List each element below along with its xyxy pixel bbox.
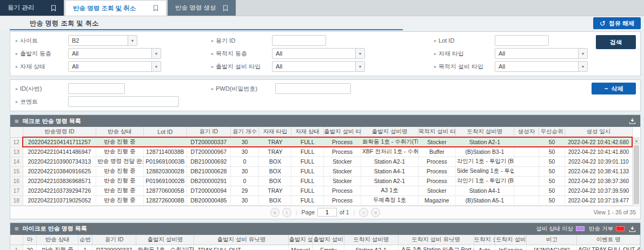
cell[interactable]: DT200000337: [92, 245, 136, 250]
cell[interactable]: 반송 진행 중: [96, 176, 143, 186]
column-header[interactable]: 생성 일시: [565, 127, 632, 137]
table-row[interactable]: 1820220422103719025052반송 진행 중12827260008…: [10, 195, 632, 205]
row-number[interactable]: 16: [10, 176, 23, 186]
page-number-input[interactable]: [317, 208, 337, 217]
cell[interactable]: BOX: [259, 157, 291, 166]
cell[interactable]: [514, 195, 539, 205]
dst-floor-select[interactable]: All▼: [272, 48, 365, 59]
cell[interactable]: BOX: [259, 176, 291, 186]
chevron-down-icon[interactable]: ▼: [128, 36, 137, 45]
delete-button[interactable]: − 삭제: [592, 83, 636, 94]
column-header[interactable]: 생성자: [514, 127, 539, 137]
cell[interactable]: 2022-04-22 10:39:01.110: [565, 157, 632, 166]
cell[interactable]: [A2N0AGV06]: [527, 245, 577, 250]
cell[interactable]: (B)Station B3-1: [455, 147, 514, 157]
cell[interactable]: Station A2-1: [361, 176, 419, 186]
column-header[interactable]: 출발지 설비명: [361, 127, 419, 137]
cell[interactable]: AGV TRAY-FULL OUT 출발: [577, 245, 640, 250]
cell[interactable]: Stocker: [324, 166, 361, 176]
cell[interactable]: P0196910003B: [143, 157, 187, 166]
row-number[interactable]: 13: [10, 147, 23, 157]
column-header[interactable]: 자재 상태: [291, 127, 324, 137]
cell[interactable]: 반송 진행 중: [96, 147, 143, 157]
table-row[interactable]: 1420220422103900734313반송 명령 전달 완료P019691…: [10, 157, 632, 166]
cell[interactable]: Auto: [474, 245, 495, 250]
tab-vessel-management[interactable]: 용기 관리: [0, 0, 64, 16]
password-input[interactable]: [275, 83, 351, 94]
cell[interactable]: Process: [418, 157, 455, 166]
cell[interactable]: 반송 진행 중: [96, 195, 143, 205]
cell[interactable]: Side Sealing 1호 - 투입기(B: [455, 166, 514, 176]
cell[interactable]: BOX: [259, 195, 291, 205]
cell[interactable]: 화학동 1호 - 수취기(TRAY): [361, 137, 419, 147]
cell[interactable]: Process: [324, 186, 361, 195]
cell[interactable]: A동 2층 Station 입출고 Port (#1): [398, 245, 474, 250]
table-row[interactable]: 1720220422103739294726반송 진행 중12877060005…: [10, 186, 632, 195]
cell[interactable]: 50: [539, 157, 565, 166]
cell[interactable]: Process: [418, 176, 455, 186]
vertical-scrollbar[interactable]: ▲: [633, 137, 640, 205]
column-header[interactable]: 반송명령 ID: [23, 127, 96, 137]
row-number[interactable]: 15: [10, 166, 23, 176]
cell[interactable]: DB210000692: [187, 157, 231, 166]
cell[interactable]: Empty: [313, 245, 344, 250]
row-number[interactable]: 18: [10, 195, 23, 205]
cell[interactable]: 50: [539, 195, 565, 205]
cell[interactable]: DB200000485: [187, 195, 231, 205]
release-occupancy-button[interactable]: ↺ 점유 해제: [593, 17, 641, 29]
cell[interactable]: Buffer: [418, 147, 455, 157]
cell[interactable]: 30: [230, 147, 259, 157]
cell[interactable]: Station A2-1: [344, 245, 398, 250]
first-page-button[interactable]: «: [270, 208, 280, 217]
cell[interactable]: 각인기 1호 - 투입기 (BOX→D: [455, 157, 514, 166]
cell[interactable]: A3 1호: [361, 186, 419, 195]
cell[interactable]: 2022-04-22 10:38:41.133: [565, 166, 632, 176]
cell[interactable]: FULL: [291, 195, 324, 205]
column-header[interactable]: 용기 개수: [230, 127, 259, 137]
tab-transfer-command-create[interactable]: 반송 명령 생성: [168, 0, 236, 16]
cell[interactable]: Process: [324, 147, 361, 157]
scrollbar-thumb[interactable]: [634, 145, 639, 204]
scroll-up-icon[interactable]: ▲: [633, 137, 640, 144]
cell[interactable]: DT200000967: [187, 147, 231, 157]
vessel-id-input[interactable]: [272, 35, 326, 46]
column-header[interactable]: [10, 235, 23, 245]
dst-equip-type-select[interactable]: All▼: [495, 61, 588, 72]
material-type-select[interactable]: All▼: [495, 48, 588, 59]
column-header[interactable]: 용기 ID: [92, 235, 136, 245]
cell[interactable]: Magazine: [418, 195, 455, 205]
cell[interactable]: [514, 166, 539, 176]
cell[interactable]: 30: [230, 166, 259, 176]
column-header[interactable]: 도착지 설비명: [344, 235, 398, 245]
cell[interactable]: [143, 137, 187, 147]
column-header[interactable]: 도착지 설: [474, 235, 495, 245]
bookmark-icon[interactable]: [51, 5, 56, 11]
bookmark-icon[interactable]: [153, 5, 158, 11]
column-header[interactable]: 반송 상태: [37, 235, 78, 245]
last-page-button[interactable]: »: [371, 208, 380, 217]
employee-id-input[interactable]: [68, 83, 125, 94]
cell[interactable]: 2022-04-22 10:41:42.680: [565, 137, 632, 147]
chevron-down-icon[interactable]: ▼: [578, 62, 587, 71]
cell[interactable]: InService: [495, 245, 527, 250]
cell[interactable]: Stocker: [324, 176, 361, 186]
cell[interactable]: Station A2-1: [361, 157, 419, 166]
table-row[interactable]: 1320220422104141486947반송 진행 중12871140038…: [10, 147, 632, 157]
download-icon[interactable]: [629, 118, 636, 124]
cell[interactable]: P0196910002B: [143, 176, 187, 186]
column-header[interactable]: 순번: [78, 235, 92, 245]
column-header[interactable]: 마: [23, 235, 37, 245]
cell[interactable]: DT200000094: [187, 186, 231, 195]
cell[interactable]: 12871140038B: [143, 147, 187, 157]
column-header[interactable]: 출발지 설비: [313, 235, 344, 245]
cell[interactable]: DT200000337: [187, 137, 231, 147]
row-number[interactable]: 17: [10, 186, 23, 195]
cell[interactable]: 반송 진행 중: [37, 245, 78, 250]
prev-page-button[interactable]: ‹: [282, 208, 291, 217]
cell[interactable]: Stocker: [324, 157, 361, 166]
cell[interactable]: TRAY: [259, 186, 291, 195]
lot-id-input[interactable]: [495, 35, 549, 46]
download-icon[interactable]: [629, 226, 636, 232]
cell[interactable]: TRAY: [259, 137, 291, 147]
column-header[interactable]: 이벤트 명: [577, 235, 640, 245]
